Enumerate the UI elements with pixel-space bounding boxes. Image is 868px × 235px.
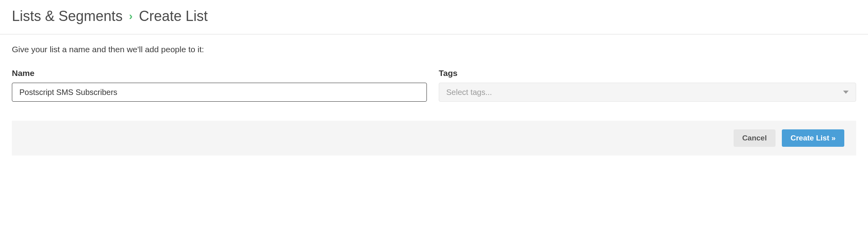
content-area: Give your list a name and then we'll add… bbox=[0, 34, 868, 155]
tags-select[interactable]: Select tags... bbox=[439, 83, 856, 102]
name-input[interactable] bbox=[12, 83, 427, 102]
tags-field-group: Tags Select tags... bbox=[439, 68, 856, 102]
breadcrumb-current: Create List bbox=[139, 8, 208, 25]
create-list-button[interactable]: Create List » bbox=[782, 129, 844, 147]
breadcrumb: Lists & Segments › Create List bbox=[12, 8, 856, 25]
chevron-right-icon: › bbox=[129, 10, 132, 23]
instruction-text: Give your list a name and then we'll add… bbox=[12, 45, 856, 54]
name-field-group: Name bbox=[12, 68, 427, 102]
form-row: Name Tags Select tags... bbox=[12, 68, 856, 102]
footer-actions: Cancel Create List » bbox=[12, 121, 856, 155]
name-label: Name bbox=[12, 68, 427, 78]
cancel-button[interactable]: Cancel bbox=[734, 129, 776, 147]
breadcrumb-parent[interactable]: Lists & Segments bbox=[12, 8, 123, 25]
page-header: Lists & Segments › Create List bbox=[0, 0, 868, 34]
tags-placeholder: Select tags... bbox=[446, 88, 492, 97]
tags-label: Tags bbox=[439, 68, 856, 78]
chevron-down-icon bbox=[843, 91, 849, 94]
